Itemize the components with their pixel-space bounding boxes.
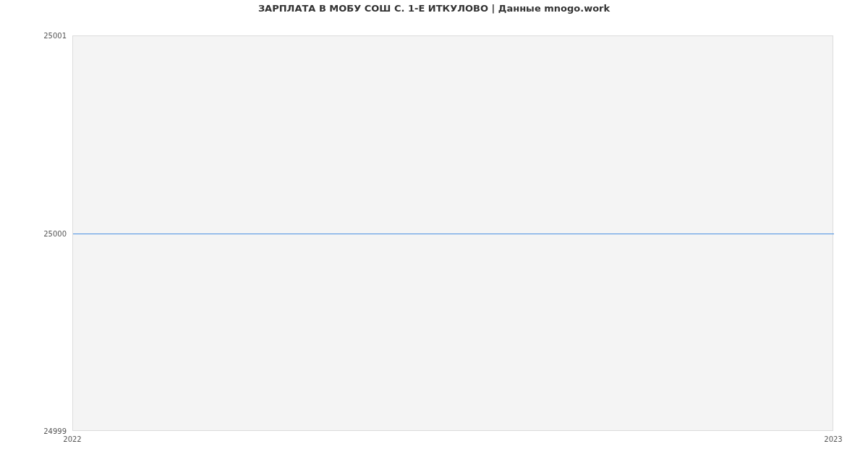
chart-title: ЗАРПЛАТА В МОБУ СОШ С. 1-Е ИТКУЛОВО | Да… [0,3,868,14]
xtick-2023: 2023 [824,435,842,443]
ytick-25001: 25001 [38,32,67,40]
xtick-2022: 2022 [63,435,81,443]
ytick-24999: 24999 [38,427,67,435]
line-series-salary [73,234,834,234]
ytick-25000: 25000 [38,229,67,237]
plot-area [72,35,833,431]
